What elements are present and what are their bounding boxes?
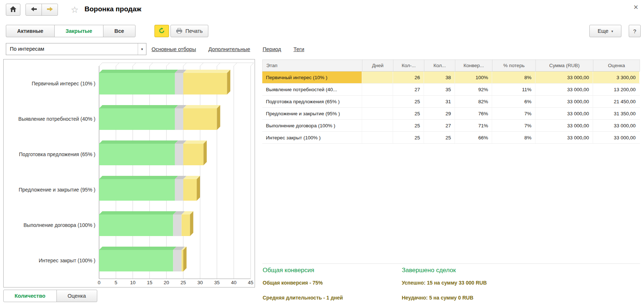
tab-active[interactable]: Активные	[6, 25, 55, 37]
yellow-segment	[183, 144, 203, 165]
grouping-select-value: По интересам	[6, 43, 138, 55]
value-cell: 33 000,00	[535, 132, 593, 143]
value-cell	[362, 132, 393, 143]
green-segment-top	[99, 247, 176, 250]
funnel-bar[interactable]	[99, 211, 193, 236]
funnel-bar[interactable]	[99, 105, 220, 130]
column-header-7[interactable]: Оценка	[593, 60, 640, 71]
value-cell: 27	[424, 120, 455, 131]
x-tick-label: 30	[197, 280, 203, 285]
yellow-segment	[181, 215, 190, 236]
green-segment	[99, 215, 173, 236]
gray-segment	[175, 108, 183, 130]
value-cell: 13 200,00	[593, 84, 639, 95]
select-dropdown-icon[interactable]: ▾	[138, 43, 146, 55]
value-cell: 7%	[492, 108, 535, 119]
value-cell: 100%	[455, 72, 492, 83]
table-row[interactable]: Подготовка предложения (65% )253182%6%33…	[262, 96, 640, 108]
table-row[interactable]: Интерес закрыт (100% )252566%8%33 000,00…	[262, 132, 640, 144]
category-label: Предложение и закрытие (95% )	[19, 187, 95, 193]
column-header-5[interactable]: % потерь	[492, 60, 536, 71]
funnel-bar[interactable]	[99, 176, 200, 201]
refresh-button[interactable]	[154, 25, 169, 37]
favorite-star-icon[interactable]: ☆	[68, 4, 81, 16]
summary-line: Неудачно: 5 на сумму 0 RUB	[402, 295, 487, 301]
table-row[interactable]: Выявление потребностей (40...273592%11%3…	[262, 84, 640, 96]
link-additional-filters[interactable]: Дополнительные	[208, 46, 250, 52]
forward-arrow-icon	[47, 7, 53, 13]
tab-closed[interactable]: Закрытые	[54, 25, 103, 37]
summary-conversion-lines: Общая конверсия - 75%Средняя длительност…	[263, 280, 343, 301]
value-cell	[362, 96, 393, 107]
value-cell: 33 000,00	[535, 84, 593, 95]
tab-all[interactable]: Все	[103, 25, 136, 37]
column-header-6[interactable]: Сумма (RUB)	[536, 60, 593, 71]
x-tick-label: 35	[214, 280, 220, 285]
green-segment	[99, 73, 175, 94]
column-header-4[interactable]: Конвер...	[455, 60, 492, 71]
home-button[interactable]	[6, 4, 20, 16]
gridline-cap	[133, 63, 136, 66]
value-cell: 25	[393, 96, 424, 107]
category-label: Первичный интерес (10% )	[32, 81, 95, 86]
value-cell: 38	[424, 72, 455, 83]
x-tick-label: 15	[147, 280, 152, 285]
yellow-segment	[183, 179, 197, 201]
gridline-cap	[166, 63, 170, 66]
link-tags[interactable]: Теги	[294, 46, 305, 52]
value-cell: 21 450,00	[593, 96, 639, 107]
gridline-cap	[234, 63, 237, 66]
back-button[interactable]	[25, 4, 42, 16]
gridline-cap	[99, 63, 102, 66]
column-header-2[interactable]: Кол-...	[393, 60, 424, 71]
printer-icon	[176, 28, 182, 35]
category-label: Интерес закрыт (100% )	[39, 258, 95, 263]
funnel-bar[interactable]	[99, 70, 230, 94]
forward-button[interactable]	[42, 4, 58, 16]
table-header: ЭтапДнейКол-...Кол...Конвер...% потерьСу…	[262, 59, 640, 72]
home-icon	[9, 6, 17, 13]
value-cell: 11%	[492, 84, 535, 95]
summary-deals-title: Завершено сделок	[402, 267, 487, 274]
bar-end-cap	[227, 70, 230, 94]
funnel-chart[interactable]: 051015202530354045Первичный интерес (10%…	[4, 59, 255, 287]
green-segment	[99, 108, 175, 130]
table-row[interactable]: Предложение и закрытие (95% )252976%7%33…	[262, 108, 640, 120]
value-cell: 33 000,00	[535, 72, 593, 83]
grouping-select[interactable]: По интересам ▾	[6, 43, 146, 55]
filter-links: Основные отборыДополнительныеПериодТеги	[152, 43, 304, 55]
column-header-1[interactable]: Дней	[362, 60, 393, 71]
table-row[interactable]: Выполнение договора (100% )252771%7%33 0…	[262, 120, 640, 132]
summary-conversion: Общая конверсия Общая конверсия - 75%Сре…	[263, 267, 343, 305]
x-tick-label: 20	[164, 280, 169, 285]
funnel-bar[interactable]	[99, 140, 207, 165]
mode-score[interactable]: Оценка	[56, 290, 97, 302]
value-cell: 66%	[455, 132, 492, 143]
table-row[interactable]: Первичный интерес (10% )2638100%8%33 000…	[262, 72, 640, 84]
gridline-cap	[183, 63, 186, 66]
summary-line: Общая конверсия - 75%	[263, 280, 343, 286]
value-cell	[362, 120, 393, 131]
funnel-bar[interactable]	[99, 247, 186, 271]
gridline-cap	[217, 63, 220, 66]
gridline-cap	[200, 63, 203, 66]
green-segment-top	[99, 70, 178, 73]
yellow-segment-top	[183, 140, 207, 144]
more-button[interactable]: Еще ▾	[589, 25, 621, 37]
close-icon[interactable]: ×	[631, 2, 640, 12]
category-label: Выполнение договора (100% )	[24, 222, 95, 228]
mode-quantity[interactable]: Количество	[3, 290, 57, 302]
link-main-filters[interactable]: Основные отборы	[152, 46, 196, 52]
print-button[interactable]: Печать	[170, 25, 208, 37]
column-header-0[interactable]: Этап	[263, 60, 362, 71]
value-cell: 71%	[455, 120, 492, 131]
help-button[interactable]: ?	[629, 25, 641, 37]
gray-segment	[175, 144, 183, 165]
refresh-icon	[158, 27, 165, 35]
green-segment	[99, 144, 175, 165]
bar-end-cap	[183, 247, 186, 271]
value-cell: 31	[424, 96, 455, 107]
column-header-3[interactable]: Кол...	[424, 60, 455, 71]
bar-end-cap	[217, 105, 220, 130]
link-period[interactable]: Период	[263, 46, 281, 52]
